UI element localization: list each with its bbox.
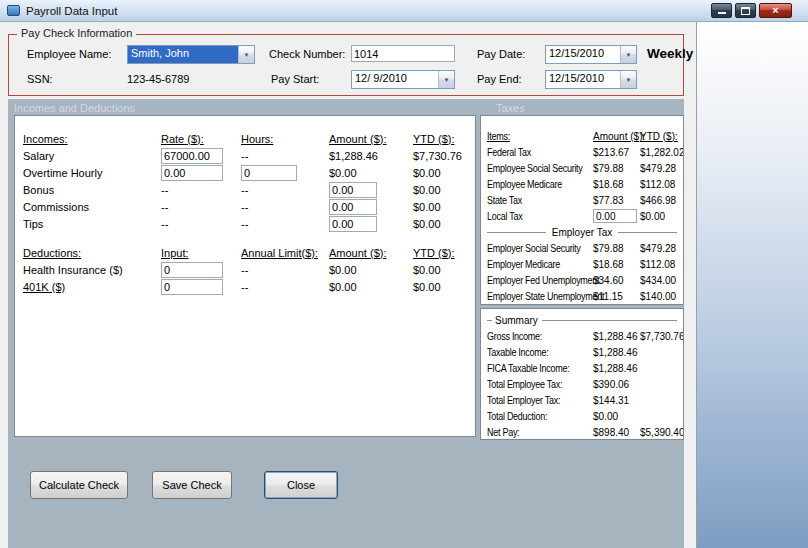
- deductions-header-ytd: YTD ($):: [413, 247, 475, 259]
- income-commissions-label: Commissions: [23, 201, 161, 213]
- close-window-button[interactable]: ×: [759, 3, 792, 18]
- deduction-401k-annual-limit: --: [241, 281, 329, 293]
- summary-gross-income-ytd: $7,730.76: [640, 331, 684, 342]
- tax-local-tax-ytd: $0.00: [640, 211, 677, 222]
- tax-federal-tax-row: Federal Tax$213.67$1,282.02: [487, 144, 677, 160]
- pay-end-label: Pay End:: [477, 73, 522, 85]
- section-header-taxes: Taxes: [496, 102, 525, 114]
- summary-total-deduction-label: Total Deduction:: [487, 411, 593, 422]
- deduction-401k-input-input[interactable]: [161, 279, 223, 295]
- income-salary-rate-input[interactable]: [161, 148, 223, 164]
- maximize-button[interactable]: [735, 3, 756, 18]
- incomes-header-hours: Hours:: [241, 133, 329, 145]
- tax-employee-social-security-amount: $79.88: [593, 163, 640, 174]
- tax-state-tax-row: State Tax$77.83$466.98: [487, 192, 677, 208]
- tax-employer-state-unemployment-row: Employer State Unemployment$11.15$140.00: [487, 288, 677, 304]
- summary-gross-income-label: Gross Income:: [487, 331, 593, 342]
- summary-title: Summary: [495, 315, 538, 326]
- workspace-panel: Incomes and Deductions Taxes Incomes:Rat…: [8, 99, 684, 548]
- tax-employee-social-security-row: Employee Social Security$79.88$479.28: [487, 160, 677, 176]
- income-overtime-hourly-rate-input[interactable]: [161, 165, 223, 181]
- save-check-button[interactable]: Save Check: [152, 471, 232, 499]
- income-overtime-hourly-label: Overtime Hourly: [23, 167, 161, 179]
- chevron-down-icon[interactable]: ▼: [620, 71, 636, 88]
- summary-panel: SummaryGross Income:$1,288.46$7,730.76Ta…: [480, 308, 684, 440]
- income-salary-rate-cell: [161, 148, 241, 164]
- income-bonus-amount-input[interactable]: [329, 182, 377, 198]
- close-icon: ×: [772, 5, 778, 16]
- deduction-health-insurance-label: Health Insurance ($): [23, 264, 161, 276]
- tax-local-tax-row: Local Tax$0.00: [487, 208, 677, 224]
- chevron-down-icon[interactable]: ▼: [238, 46, 254, 63]
- deductions-header-row: Deductions:Input:Annual Limit($):Amount …: [23, 244, 475, 261]
- tax-employer-fed-unemployment-label: Employer Fed Unemployment: [487, 275, 593, 286]
- tax-employee-medicare-label: Employee Medicare: [487, 179, 593, 190]
- summary-table: SummaryGross Income:$1,288.46$7,730.76Ta…: [481, 309, 683, 440]
- income-commissions-amount-input[interactable]: [329, 199, 377, 215]
- income-overtime-hourly-hours-cell: [241, 165, 329, 181]
- taxes-header-items: Items:: [487, 131, 593, 142]
- deduction-401k-label: 401K ($): [23, 281, 161, 293]
- tax-federal-tax-label: Federal Tax: [487, 147, 593, 158]
- tax-employee-medicare-amount: $18.68: [593, 179, 640, 190]
- tax-employer-medicare-ytd: $112.08: [640, 259, 677, 270]
- taxes-table: Items:Amount ($):YTD ($):Federal Tax$213…: [481, 116, 683, 304]
- tax-state-tax-amount: $77.83: [593, 195, 640, 206]
- chevron-down-icon[interactable]: ▼: [620, 46, 636, 63]
- summary-fica-taxable-income-amount: $1,288.46: [593, 363, 640, 374]
- incomes-header-incomes: Incomes:: [23, 133, 161, 145]
- deductions-header-deductions: Deductions:: [23, 247, 161, 259]
- check-number-input[interactable]: [351, 45, 455, 62]
- deduction-401k-input-cell: [161, 279, 241, 295]
- tax-state-tax-label: State Tax: [487, 195, 593, 206]
- pay-start-label: Pay Start:: [271, 73, 319, 85]
- tax-employer-social-security-row: Employer Social Security$79.88$479.28: [487, 240, 677, 256]
- income-tips-amount-input[interactable]: [329, 216, 377, 232]
- tax-local-tax-amount-input[interactable]: [593, 209, 637, 223]
- ssn-label: SSN:: [27, 73, 53, 85]
- calculate-check-button[interactable]: Calculate Check: [30, 471, 128, 499]
- income-salary-amount: $1,288.46: [329, 150, 413, 162]
- pay-end-value: 12/15/2010: [546, 71, 620, 88]
- deduction-health-insurance-ytd: $0.00: [413, 264, 475, 276]
- incomes-deductions-panel: Incomes:Rate ($):Hours:Amount ($):YTD ($…: [14, 115, 476, 437]
- deductions-header-amount: Amount ($):: [329, 247, 413, 259]
- pay-date-value: 12/15/2010: [546, 46, 620, 63]
- summary-total-deduction-amount: $0.00: [593, 411, 640, 422]
- income-tips-rate: --: [161, 218, 241, 230]
- income-bonus-ytd: $0.00: [413, 184, 475, 196]
- tax-employee-social-security-ytd: $479.28: [640, 163, 677, 174]
- income-salary-hours: --: [241, 150, 329, 162]
- income-overtime-hourly-rate-cell: [161, 165, 241, 181]
- pay-date-datepicker[interactable]: 12/15/2010 ▼: [545, 45, 637, 64]
- chevron-down-icon[interactable]: ▼: [438, 71, 454, 88]
- income-row-tips: Tips----$0.00: [23, 215, 475, 232]
- taxes-header-row: Items:Amount ($):YTD ($):: [487, 128, 677, 144]
- minimize-button[interactable]: [711, 3, 732, 18]
- deduction-health-insurance-amount: $0.00: [329, 264, 413, 276]
- tax-employer-fed-unemployment-ytd: $434.00: [640, 275, 677, 286]
- tax-federal-tax-ytd: $1,282.02: [640, 147, 684, 158]
- pay-end-datepicker[interactable]: 12/15/2010 ▼: [545, 70, 637, 89]
- maximize-icon: [741, 7, 750, 15]
- tax-employer-fed-unemployment-row: Employer Fed Unemployment$34.60$434.00: [487, 272, 677, 288]
- tax-employer-medicare-amount: $18.68: [593, 259, 640, 270]
- employee-name-combobox[interactable]: Smith, John ▼: [127, 45, 255, 64]
- check-number-label: Check Number:: [269, 48, 345, 60]
- close-button[interactable]: Close: [264, 471, 338, 499]
- income-tips-label: Tips: [23, 218, 161, 230]
- income-bonus-label: Bonus: [23, 184, 161, 196]
- form-area: Pay Check Information Employee Name: Smi…: [0, 22, 697, 548]
- summary-total-employee-tax-row: Total Employee Tax:$390.06: [487, 376, 677, 392]
- paycheck-info-title: Pay Check Information: [17, 27, 136, 39]
- taxes-panel: Items:Amount ($):YTD ($):Federal Tax$213…: [480, 115, 684, 305]
- pay-start-datepicker[interactable]: 12/ 9/2010 ▼: [351, 70, 455, 89]
- deductions-header-input: Input:: [161, 247, 241, 259]
- incomes-header-amount: Amount ($):: [329, 133, 413, 145]
- paycheck-info-group: Pay Check Information Employee Name: Smi…: [8, 34, 684, 96]
- deduction-health-insurance-input-input[interactable]: [161, 262, 223, 278]
- summary-taxable-income-amount: $1,288.46: [593, 347, 640, 358]
- minimize-icon: [718, 12, 726, 14]
- income-overtime-hourly-hours-input[interactable]: [241, 165, 297, 181]
- deductions-header-annual-limit: Annual Limit($):: [241, 247, 329, 259]
